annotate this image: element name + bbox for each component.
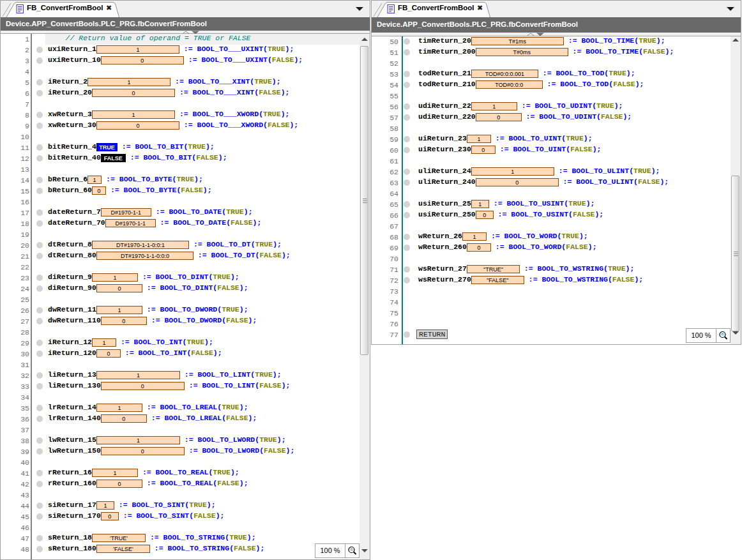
code-line-23[interactable]: 23diReturn_91 := BOOL_TO_DINT(TRUE); bbox=[1, 273, 370, 284]
code-line-30[interactable]: 30iReturn_1200 := BOOL_TO_INT(FALSE); bbox=[1, 349, 370, 359]
code-line-35[interactable]: 35lrReturn_141 := BOOL_TO_LREAL(TRUE); bbox=[1, 403, 370, 414]
code-line-55[interactable]: 55 bbox=[372, 91, 741, 102]
code-line-54[interactable]: 54todReturn_210TOD#0:0:0 := BOOL_TO_TOD(… bbox=[372, 80, 741, 91]
breakpoint-indicator[interactable] bbox=[404, 103, 410, 110]
scroll-down-icon[interactable] bbox=[732, 331, 739, 335]
code-line-9[interactable]: 9xwReturn_300 := BOOL_TO___XWORD(FALSE); bbox=[1, 121, 370, 132]
code-line-22[interactable]: 22 bbox=[1, 262, 370, 273]
code-line-70[interactable]: 70 bbox=[372, 254, 741, 264]
code-line-44[interactable]: 44siReturn_171 := BOOL_TO_SINT(TRUE); bbox=[1, 501, 370, 511]
vertical-scrollbar[interactable] bbox=[731, 36, 741, 344]
code-line-66[interactable]: 66usiReturn_2500 := BOOL_TO_USINT(FALSE)… bbox=[372, 210, 741, 221]
breakpoint-indicator[interactable] bbox=[36, 155, 43, 162]
breakpoint-indicator[interactable] bbox=[404, 245, 410, 251]
breakpoint-indicator[interactable] bbox=[404, 201, 410, 208]
breakpoint-indicator[interactable] bbox=[36, 437, 43, 444]
code-line-43[interactable]: 43 bbox=[1, 490, 370, 501]
breakpoint-indicator[interactable] bbox=[404, 234, 410, 240]
breakpoint-indicator[interactable] bbox=[36, 513, 43, 520]
code-line-33[interactable]: 33liReturn_1300 := BOOL_TO_LINT(FALSE); bbox=[1, 381, 370, 392]
code-line-64[interactable]: 64 bbox=[372, 188, 741, 199]
code-line-38[interactable]: 38lwReturn_151 := BOOL_TO_LWORD(TRUE); bbox=[1, 435, 370, 446]
tab-close-icon[interactable]: ✖ bbox=[477, 4, 483, 12]
code-line-16[interactable]: 16 bbox=[1, 197, 370, 208]
code-line-41[interactable]: 41rReturn_161 := BOOL_TO_REAL(TRUE); bbox=[1, 468, 370, 479]
code-line-50[interactable]: 50timReturn_20T#1ms := BOOL_TO_TIME(TRUE… bbox=[372, 36, 741, 47]
code-line-32[interactable]: 32liReturn_131 := BOOL_TO_LINT(TRUE); bbox=[1, 370, 370, 381]
breakpoint-indicator[interactable] bbox=[404, 169, 410, 175]
breakpoint-indicator[interactable] bbox=[404, 136, 410, 142]
code-line-2[interactable]: 2uxiReturn_11 := BOOL_TO___UXINT(TRUE); bbox=[1, 45, 370, 56]
code-line-63[interactable]: 63uliReturn_2400 := BOOL_TO_ULINT(FALSE)… bbox=[372, 178, 741, 188]
code-line-37[interactable]: 37 bbox=[1, 425, 370, 435]
code-line-10[interactable]: 10 bbox=[1, 132, 370, 142]
breakpoint-indicator[interactable] bbox=[36, 351, 43, 357]
scrollbar-thumb[interactable] bbox=[731, 176, 739, 331]
breakpoint-indicator[interactable] bbox=[36, 340, 43, 346]
tab-title[interactable]: FB_ConvertFromBool bbox=[27, 4, 103, 11]
code-line-40[interactable]: 40 bbox=[1, 457, 370, 468]
breakpoint-indicator[interactable] bbox=[36, 318, 43, 324]
code-line-36[interactable]: 36lrReturn_1400 := BOOL_TO_LREAL(FALSE); bbox=[1, 414, 370, 425]
code-line-71[interactable]: 71wsReturn_27"TRUE" := BOOL_TO_WSTRING(T… bbox=[372, 264, 741, 275]
breakpoint-indicator[interactable] bbox=[404, 277, 410, 284]
code-line-25[interactable]: 25 bbox=[1, 294, 370, 305]
code-line-62[interactable]: 62uliReturn_241 := BOOL_TO_ULINT(TRUE); bbox=[372, 167, 741, 178]
scrollbar-thumb[interactable] bbox=[360, 46, 368, 355]
code-line-52[interactable]: 52 bbox=[372, 58, 741, 69]
breakpoint-indicator[interactable] bbox=[404, 179, 410, 186]
breakpoint-indicator[interactable] bbox=[36, 383, 43, 390]
breakpoint-indicator[interactable] bbox=[36, 546, 43, 552]
breakpoint-indicator[interactable] bbox=[36, 481, 43, 487]
code-line-13[interactable]: 13 bbox=[1, 164, 370, 175]
breakpoint-indicator[interactable] bbox=[36, 79, 43, 86]
code-line-26[interactable]: 26dwReturn_111 := BOOL_TO_DWORD(TRUE); bbox=[1, 305, 370, 316]
code-line-20[interactable]: 20dtReturn_8DT#1970-1-1-0:0:1 := BOOL_TO… bbox=[1, 240, 370, 251]
scroll-up-icon[interactable] bbox=[361, 38, 368, 41]
breakpoint-indicator[interactable] bbox=[36, 188, 43, 194]
code-line-67[interactable]: 67 bbox=[372, 221, 741, 232]
breakpoint-indicator[interactable] bbox=[404, 266, 410, 273]
code-line-75[interactable]: 75 bbox=[372, 308, 741, 319]
breakpoint-indicator[interactable] bbox=[36, 275, 43, 281]
breakpoint-indicator[interactable] bbox=[36, 209, 43, 216]
code-line-21[interactable]: 21dtReturn_80DT#1970-1-1-0:0:0 := BOOL_T… bbox=[1, 251, 370, 262]
code-line-11[interactable]: 11bitReturn_4TRUE := BOOL_TO_BIT(TRUE); bbox=[1, 142, 370, 153]
code-line-45[interactable]: 45siReturn_1700 := BOOL_TO_SINT(FALSE); bbox=[1, 511, 370, 522]
scroll-down-icon[interactable] bbox=[361, 549, 368, 552]
code-line-61[interactable]: 61 bbox=[372, 156, 741, 167]
breakpoint-indicator[interactable] bbox=[404, 331, 410, 338]
breakpoint-indicator[interactable] bbox=[36, 112, 43, 118]
code-line-19[interactable]: 19 bbox=[1, 229, 370, 240]
breakpoint-indicator[interactable] bbox=[36, 123, 43, 129]
breakpoint-indicator[interactable] bbox=[36, 416, 43, 422]
code-line-59[interactable]: 59uiReturn_231 := BOOL_TO_UINT(TRUE); bbox=[372, 134, 741, 145]
code-line-34[interactable]: 34 bbox=[1, 392, 370, 403]
breakpoint-indicator[interactable] bbox=[36, 242, 43, 248]
code-line-4[interactable]: 4 bbox=[1, 66, 370, 77]
breakpoint-indicator[interactable] bbox=[404, 212, 410, 218]
breakpoint-indicator[interactable] bbox=[404, 147, 410, 153]
code-line-31[interactable]: 31 bbox=[1, 359, 370, 370]
code-line-15[interactable]: 15bReturn_600 := BOOL_TO_BYTE(FALSE); bbox=[1, 186, 370, 197]
breakpoint-indicator[interactable] bbox=[36, 47, 43, 53]
breakpoint-indicator[interactable] bbox=[36, 535, 43, 541]
breakpoint-indicator[interactable] bbox=[36, 503, 43, 509]
code-line-60[interactable]: 60uiReturn_2300 := BOOL_TO_UINT(FALSE); bbox=[372, 145, 741, 156]
tab-list-dropdown-icon[interactable] bbox=[356, 7, 363, 11]
breakpoint-indicator[interactable] bbox=[404, 38, 410, 45]
scroll-up-icon[interactable] bbox=[732, 38, 739, 42]
zoom-button[interactable] bbox=[716, 328, 731, 343]
code-line-1[interactable]: 1 // Return value of operand = TRUE or F… bbox=[1, 34, 370, 45]
code-line-27[interactable]: 27dwReturn_1100 := BOOL_TO_DWORD(FALSE); bbox=[1, 316, 370, 327]
zoom-level[interactable]: 100 % bbox=[315, 543, 345, 558]
code-line-5[interactable]: 5iReturn_21 := BOOL_TO___XINT(TRUE); bbox=[1, 77, 370, 88]
breakpoint-indicator[interactable] bbox=[36, 253, 43, 259]
breakpoint-indicator[interactable] bbox=[36, 220, 43, 227]
breakpoint-indicator[interactable] bbox=[36, 285, 43, 292]
breakpoint-indicator[interactable] bbox=[404, 114, 410, 121]
zoom-button[interactable] bbox=[345, 543, 360, 558]
code-line-18[interactable]: 18dateReturn_70D#1970-1-1 := BOOL_TO_DAT… bbox=[1, 218, 370, 229]
code-line-8[interactable]: 8xwReturn_31 := BOOL_TO___XWORD(TRUE); bbox=[1, 110, 370, 121]
code-line-39[interactable]: 39lwReturn_1500 := BOOL_TO_LWORD(FALSE); bbox=[1, 446, 370, 457]
